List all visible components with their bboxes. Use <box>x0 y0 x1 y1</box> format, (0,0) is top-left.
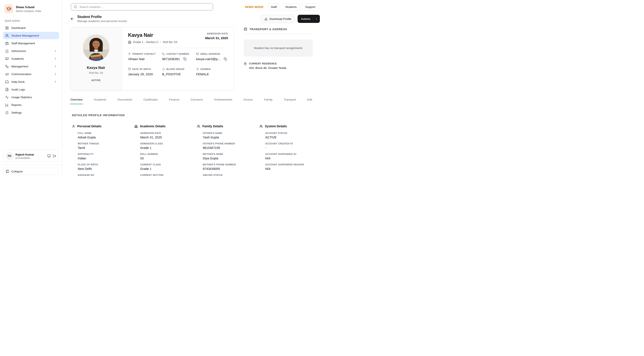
droplet-icon <box>162 68 165 70</box>
mail-icon <box>196 52 199 55</box>
divider <box>128 48 228 48</box>
sidebar-item-usage-statistics[interactable]: Usage Statistics <box>3 93 59 101</box>
copy-email-button[interactable] <box>224 57 227 60</box>
search-input-field[interactable] <box>79 5 210 9</box>
sidebar-item-admissions[interactable]: Admissions <box>3 47 59 54</box>
logout-button[interactable] <box>53 154 56 158</box>
details-heading: DETAILED PROFILE INFORMATION <box>70 114 312 117</box>
user-avatar: RK <box>6 152 14 160</box>
actions-button[interactable]: Actions <box>298 15 320 23</box>
tab-documents[interactable]: Documents <box>117 98 132 104</box>
monitor-icon <box>47 154 51 158</box>
sidebar-item-reports[interactable]: Reports <box>3 101 59 108</box>
sidebar-item-label: Admissions <box>11 49 26 53</box>
tab-achievements[interactable]: Achievements <box>214 98 233 104</box>
detail-field: CURRENT CLASSGrade 1 <box>140 163 188 171</box>
sidebar-item-management[interactable]: Management <box>3 63 59 70</box>
brand: Demo School Demo Campus, India <box>3 4 59 14</box>
sidebar-item-audit-logs[interactable]: Audit Logs <box>3 86 59 93</box>
field-contact-number: CONTACT NUMBER 9871836391 <box>162 52 194 61</box>
detail-field: AADHAAR NO <box>78 174 125 178</box>
file-icon <box>5 88 9 91</box>
student-photo <box>83 34 110 61</box>
sidebar-item-communication[interactable]: Communication <box>3 70 59 78</box>
detail-field: ADMISSION CLASSGrade 1 <box>140 142 188 150</box>
detail-field: FATHER'S NAMEYash Gupta <box>203 132 250 139</box>
detail-field: SIBLING STATUS <box>203 174 250 178</box>
chevron-right-icon <box>54 72 57 75</box>
tab-access[interactable]: Access <box>243 98 253 104</box>
staff-button[interactable]: Staff <box>268 3 280 10</box>
sidebar-nav: Dashboard Student Management Staff Manag… <box>3 24 59 116</box>
students-icon <box>5 34 9 37</box>
school-icon <box>134 125 138 128</box>
sidebar-item-staff-management[interactable]: Staff Management <box>3 39 59 47</box>
sidebar-item-help-desk[interactable]: Help Desk <box>3 78 59 85</box>
admission-date-value: March 31, 2025 <box>205 36 228 40</box>
logout-icon <box>53 154 56 158</box>
students-button[interactable]: Students <box>282 3 300 10</box>
copy-phone-button[interactable] <box>183 57 186 60</box>
roll-number: Roll No: 03 <box>163 40 177 44</box>
monitor-button[interactable] <box>47 154 51 158</box>
search-input[interactable] <box>71 3 213 10</box>
student-name-heading: Kavya Nair <box>128 32 177 38</box>
tab-certificates[interactable]: Certificates <box>143 98 158 104</box>
demo-mode-badge: DEMO MODE <box>245 5 264 8</box>
bus-icon <box>244 27 247 31</box>
section-personal-details: Personal Details FULL NAMEAdvait Gupta M… <box>72 124 125 178</box>
support-button[interactable]: Support <box>302 3 319 10</box>
app-window: Demo School Demo Campus, India Quick act… <box>0 0 322 178</box>
page-subtitle: Manage academic and personal records <box>77 19 127 23</box>
back-button[interactable] <box>68 15 76 23</box>
field-email-address: EMAIL ADDRESS kavya.nair3@p... <box>196 52 228 61</box>
tab-overview[interactable]: Overview <box>70 98 83 104</box>
collapse-label: Collapse <box>11 170 23 173</box>
profile-summary: Kavya Nair Roll No: 03 ACTIVE <box>70 27 122 90</box>
field-primary-contact: PRIMARY CONTACT Vihaan Nair <box>128 52 160 61</box>
profile-details: Kavya Nair Grade 1 - Section C • Roll No… <box>122 27 234 90</box>
student-roll: Roll No: 03 <box>89 71 103 74</box>
tab-academic[interactable]: Academic <box>93 98 107 104</box>
map-pin-icon <box>244 62 247 69</box>
sidebar-item-label: Academic <box>11 57 24 60</box>
collapse-sidebar-button[interactable]: Collapse <box>3 168 59 175</box>
detail-field: MOTHER'S NAMEDiya Gupta <box>203 153 250 160</box>
sidebar-item-settings[interactable]: Settings <box>3 109 59 116</box>
sidebar-item-student-management[interactable]: Student Management <box>3 32 59 39</box>
detail-field: PLACE OF BIRTHNew Delhi <box>78 163 125 171</box>
chart-icon <box>5 103 9 107</box>
detail-field: FATHER'S PHONE NUMBER9815367235 <box>203 142 250 150</box>
student-name: Kavya Nair <box>87 66 105 70</box>
tab-concerns[interactable]: Concerns <box>190 98 204 104</box>
activity-icon <box>5 95 9 99</box>
details-grid: Personal Details FULL NAMEAdvait Gupta M… <box>70 124 312 178</box>
user-card: RK Rajesh Kumar principal@de... <box>4 150 59 162</box>
sidebar-item-label: Usage Statistics <box>11 96 32 99</box>
detail-field: FULL NAMEAdvait Gupta <box>78 132 125 139</box>
sidebar-item-dashboard[interactable]: Dashboard <box>3 24 59 31</box>
detail-field: ACCOUNT STATUSACTIVE <box>265 132 312 139</box>
field-gender: GENDER FEMALE <box>196 68 228 76</box>
headset-icon <box>5 80 9 84</box>
sidebar-item-academic[interactable]: Academic <box>3 55 59 62</box>
tab-edit[interactable]: Edit <box>307 98 312 104</box>
door-icon <box>5 49 9 53</box>
arrow-left-icon <box>70 17 74 21</box>
section-academic-details: Academic Details ADMISSION DATEMarch 31,… <box>134 124 188 178</box>
tab-finance[interactable]: Finance <box>169 98 180 104</box>
tab-family[interactable]: Family <box>264 98 273 104</box>
school-building-icon <box>128 40 131 44</box>
grade-section: Grade 1 - Section C <box>133 40 158 44</box>
workflow-icon <box>5 65 9 68</box>
page-header: Student Profile Manage academic and pers… <box>62 10 322 23</box>
transport-title: TRANSPORT & ADDRESS <box>250 27 287 31</box>
detail-field: MOTHER TONGUETamil <box>78 142 125 150</box>
residence-label: CURRENT RESIDENCE <box>249 62 286 65</box>
sidebar-item-label: Student Management <box>11 34 39 37</box>
detail-field: NATIONALITYIndian <box>78 153 125 160</box>
tab-transport[interactable]: Transport <box>283 98 296 104</box>
download-profile-button[interactable]: Download Profile <box>261 15 295 23</box>
detail-field: ACCOUNT SUSPENDED REASONN/A <box>265 163 312 171</box>
briefcase-icon <box>5 41 9 45</box>
